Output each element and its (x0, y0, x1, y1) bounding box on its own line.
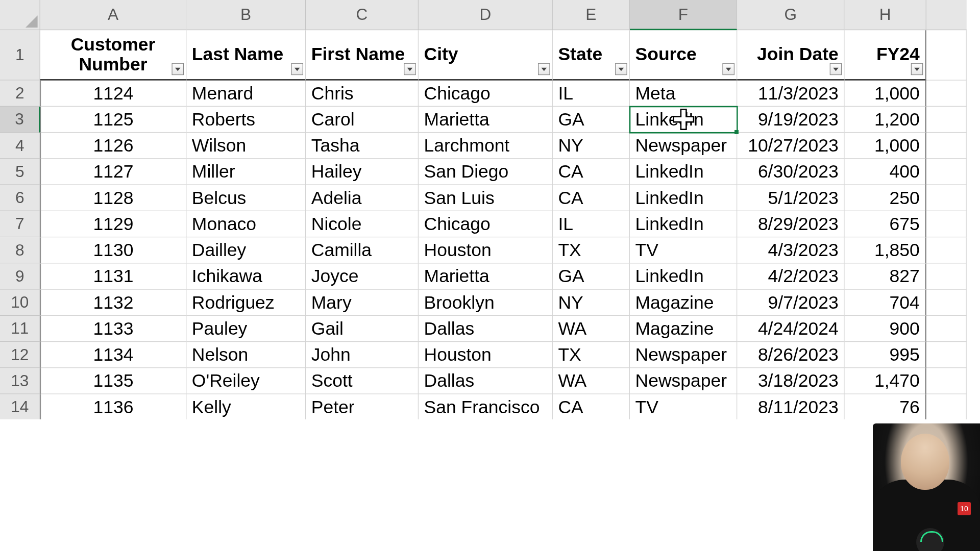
cell-D11[interactable]: Dallas (419, 316, 553, 342)
col-header-B[interactable]: B (186, 0, 306, 30)
cell-H12[interactable]: 995 (845, 342, 926, 368)
cell-B10[interactable]: Rodriguez (186, 290, 306, 316)
cell-D6[interactable]: San Luis (419, 185, 553, 211)
cell-G5[interactable]: 6/30/2023 (737, 159, 844, 185)
table-header-first-name[interactable]: First Name (306, 30, 419, 81)
filter-dropdown-icon[interactable] (291, 63, 303, 76)
cell-C3[interactable]: Carol (306, 107, 419, 133)
cell-C2[interactable]: Chris (306, 81, 419, 107)
col-header-A[interactable]: A (40, 0, 186, 30)
cell-D5[interactable]: San Diego (419, 159, 553, 185)
cell-A10[interactable]: 1132 (40, 290, 186, 316)
cell-E13[interactable]: WA (553, 368, 630, 394)
cell-empty[interactable] (926, 263, 967, 289)
table-header-join-date[interactable]: Join Date (737, 30, 844, 81)
cell-empty[interactable] (926, 342, 967, 368)
cell-A12[interactable]: 1134 (40, 342, 186, 368)
cell-H3[interactable]: 1,200 (845, 107, 926, 133)
cell-empty[interactable] (926, 368, 967, 394)
cell-A9[interactable]: 1131 (40, 263, 186, 289)
cell-G10[interactable]: 9/7/2023 (737, 290, 844, 316)
row-header-9[interactable]: 9 (0, 263, 40, 289)
col-header-G[interactable]: G (737, 0, 844, 30)
cell-D13[interactable]: Dallas (419, 368, 553, 394)
cell-H13[interactable]: 1,470 (845, 368, 926, 394)
cell-empty[interactable] (926, 30, 967, 81)
cell-E3[interactable]: GA (553, 107, 630, 133)
filter-dropdown-icon[interactable] (830, 63, 842, 76)
cell-C9[interactable]: Joyce (306, 263, 419, 289)
cell-A8[interactable]: 1130 (40, 237, 186, 263)
cell-H5[interactable]: 400 (845, 159, 926, 185)
cell-E14[interactable]: CA (553, 394, 630, 419)
cell-H14[interactable]: 76 (845, 394, 926, 419)
cell-B4[interactable]: Wilson (186, 133, 306, 159)
cell-B14[interactable]: Kelly (186, 394, 306, 419)
col-header-H[interactable]: H (845, 0, 926, 30)
col-header-D[interactable]: D (419, 0, 553, 30)
row-header-4[interactable]: 4 (0, 133, 40, 159)
cell-B6[interactable]: Belcus (186, 185, 306, 211)
cell-E2[interactable]: IL (553, 81, 630, 107)
cell-B3[interactable]: Roberts (186, 107, 306, 133)
cell-empty[interactable] (926, 185, 967, 211)
row-header-1[interactable]: 1 (0, 30, 40, 81)
row-header-11[interactable]: 11 (0, 316, 40, 342)
cell-G11[interactable]: 4/24/2024 (737, 316, 844, 342)
cell-F4[interactable]: Newspaper (630, 133, 737, 159)
cell-F11[interactable]: Magazine (630, 316, 737, 342)
cell-empty[interactable] (926, 107, 967, 133)
row-header-10[interactable]: 10 (0, 290, 40, 316)
row-header-13[interactable]: 13 (0, 368, 40, 394)
cell-B5[interactable]: Miller (186, 159, 306, 185)
row-header-3[interactable]: 3 (0, 107, 40, 133)
cell-F3[interactable]: LinkedIn (630, 107, 737, 133)
cell-H7[interactable]: 675 (845, 211, 926, 237)
cell-F5[interactable]: LinkedIn (630, 159, 737, 185)
cell-E11[interactable]: WA (553, 316, 630, 342)
cell-C14[interactable]: Peter (306, 394, 419, 419)
row-header-6[interactable]: 6 (0, 185, 40, 211)
filter-dropdown-icon[interactable] (172, 63, 184, 76)
cell-B7[interactable]: Monaco (186, 211, 306, 237)
cell-F6[interactable]: LinkedIn (630, 185, 737, 211)
col-header-F[interactable]: F (630, 0, 737, 30)
cell-C5[interactable]: Hailey (306, 159, 419, 185)
cell-E9[interactable]: GA (553, 263, 630, 289)
cell-G9[interactable]: 4/2/2023 (737, 263, 844, 289)
cell-C11[interactable]: Gail (306, 316, 419, 342)
cell-G14[interactable]: 8/11/2023 (737, 394, 844, 419)
cell-A2[interactable]: 1124 (40, 81, 186, 107)
cell-G12[interactable]: 8/26/2023 (737, 342, 844, 368)
cell-G2[interactable]: 11/3/2023 (737, 81, 844, 107)
cell-D9[interactable]: Marietta (419, 263, 553, 289)
cell-G13[interactable]: 3/18/2023 (737, 368, 844, 394)
cell-empty[interactable] (926, 211, 967, 237)
cell-H8[interactable]: 1,850 (845, 237, 926, 263)
table-header-state[interactable]: State (553, 30, 630, 81)
table-header-last-name[interactable]: Last Name (186, 30, 306, 81)
filter-dropdown-icon[interactable] (538, 63, 550, 76)
row-header-12[interactable]: 12 (0, 342, 40, 368)
row-header-2[interactable]: 2 (0, 81, 40, 107)
cell-empty[interactable] (926, 81, 967, 107)
cell-G3[interactable]: 9/19/2023 (737, 107, 844, 133)
cell-B2[interactable]: Menard (186, 81, 306, 107)
col-header-E[interactable]: E (553, 0, 630, 30)
cell-F9[interactable]: LinkedIn (630, 263, 737, 289)
cell-A11[interactable]: 1133 (40, 316, 186, 342)
row-header-5[interactable]: 5 (0, 159, 40, 185)
cell-H6[interactable]: 250 (845, 185, 926, 211)
cell-H4[interactable]: 1,000 (845, 133, 926, 159)
row-header-14[interactable]: 14 (0, 394, 40, 419)
cell-B12[interactable]: Nelson (186, 342, 306, 368)
filter-dropdown-icon[interactable] (404, 63, 416, 76)
cell-F12[interactable]: Newspaper (630, 342, 737, 368)
cell-H9[interactable]: 827 (845, 263, 926, 289)
cell-H10[interactable]: 704 (845, 290, 926, 316)
cell-D4[interactable]: Larchmont (419, 133, 553, 159)
cell-D8[interactable]: Houston (419, 237, 553, 263)
cell-C4[interactable]: Tasha (306, 133, 419, 159)
cell-C8[interactable]: Camilla (306, 237, 419, 263)
cell-B11[interactable]: Pauley (186, 316, 306, 342)
